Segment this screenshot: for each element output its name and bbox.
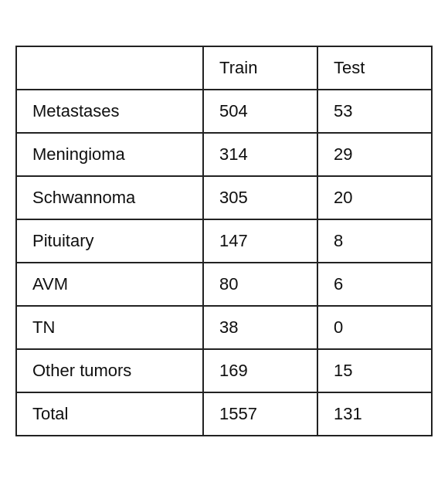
cell-label: Pituitary xyxy=(16,219,203,263)
cell-test: 131 xyxy=(317,392,432,436)
cell-test: 6 xyxy=(317,263,432,306)
cell-test: 8 xyxy=(317,219,432,263)
cell-train: 169 xyxy=(203,349,317,392)
table-row: Metastases50453 xyxy=(16,90,432,133)
cell-train: 314 xyxy=(203,133,317,176)
cell-label: Total xyxy=(16,392,203,436)
cell-train: 38 xyxy=(203,306,317,349)
cell-train: 147 xyxy=(203,219,317,263)
table-row: Meningioma31429 xyxy=(16,133,432,176)
cell-label: Meningioma xyxy=(16,133,203,176)
data-table: Train Test Metastases50453Meningioma3142… xyxy=(15,46,433,436)
cell-test: 15 xyxy=(317,349,432,392)
header-row: Train Test xyxy=(16,46,432,90)
cell-test: 20 xyxy=(317,176,432,219)
cell-train: 80 xyxy=(203,263,317,306)
cell-train: 504 xyxy=(203,90,317,133)
header-category xyxy=(16,46,203,90)
table-row: AVM806 xyxy=(16,263,432,306)
cell-test: 0 xyxy=(317,306,432,349)
table-row: Pituitary1478 xyxy=(16,219,432,263)
cell-label: Metastases xyxy=(16,90,203,133)
cell-train: 305 xyxy=(203,176,317,219)
header-train: Train xyxy=(203,46,317,90)
cell-test: 29 xyxy=(317,133,432,176)
cell-label: TN xyxy=(16,306,203,349)
table-row: Schwannoma30520 xyxy=(16,176,432,219)
cell-label: Schwannoma xyxy=(16,176,203,219)
cell-test: 53 xyxy=(317,90,432,133)
table-row: Other tumors16915 xyxy=(16,349,432,392)
header-test: Test xyxy=(317,46,432,90)
table-row: Total1557131 xyxy=(16,392,432,436)
table-row: TN380 xyxy=(16,306,432,349)
cell-label: AVM xyxy=(16,263,203,306)
cell-train: 1557 xyxy=(203,392,317,436)
cell-label: Other tumors xyxy=(16,349,203,392)
